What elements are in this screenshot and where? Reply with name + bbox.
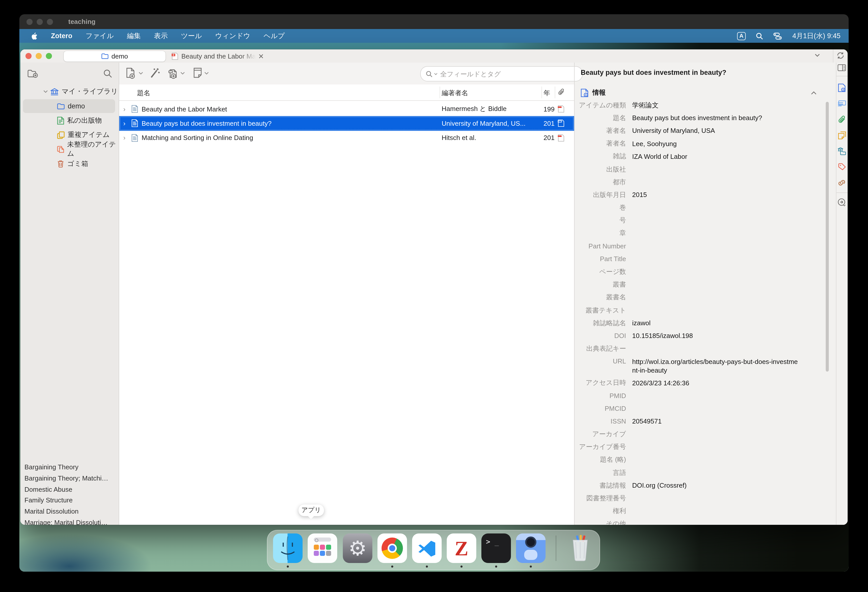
tag-item[interactable]: Family Structure [24,495,116,506]
field-row[interactable]: その他 [574,518,823,525]
tag-item[interactable]: Marital Dissolution [24,506,116,517]
tag-item[interactable]: Marriage; Marital Dissoluti… [24,517,116,525]
tag-item[interactable]: Bargaining Theory; Matchi… [24,473,116,484]
sidebar-item-unfiled-items[interactable]: 未整理のアイテム [21,142,119,156]
field-row[interactable]: 著者名Lee, Soohyung [574,137,823,150]
expand-chevron-icon[interactable]: › [123,134,125,141]
collapse-chevron-icon[interactable] [811,91,816,94]
rail-notes-icon[interactable] [836,129,847,141]
apple-menu-icon[interactable] [31,32,38,40]
column-attachment-paperclip-icon[interactable] [558,88,565,96]
dock-trash-icon[interactable] [565,533,595,563]
column-divider[interactable] [542,87,542,98]
field-row-url[interactable]: URLhttp://wol.iza.org/articles/beauty-pa… [574,355,823,377]
menu-tools[interactable]: ツール [181,31,202,40]
menu-help[interactable]: ヘルプ [264,31,285,40]
panel-toggle-icon[interactable] [836,62,847,74]
expand-chevron-icon[interactable]: › [123,119,125,127]
tag-item[interactable]: Bargaining Theory [24,462,116,473]
column-divider[interactable] [555,87,555,98]
rail-locate-icon[interactable] [836,196,847,208]
menu-file[interactable]: ファイル [86,31,114,40]
field-row[interactable]: 叢書テキスト [574,304,823,317]
new-note-button[interactable] [192,65,204,81]
sidebar-item-demo[interactable]: demo [21,99,119,113]
field-row[interactable]: Part Title [574,253,823,265]
details-scrollbar[interactable] [826,102,829,372]
field-row[interactable]: アーカイブ番号 [574,440,823,453]
tab-library[interactable]: demo [63,51,165,61]
rail-tags-icon[interactable] [836,161,847,173]
dock-apps-icon[interactable] [308,533,337,563]
field-row[interactable]: アクセス日時2026/3/23 14:26:36 [574,377,823,389]
new-collection-button[interactable] [27,67,40,80]
tab-reader[interactable]: Beauty and the Labor Ma [172,49,289,63]
tab-list-chevron[interactable] [814,52,821,59]
field-row[interactable]: 題名 (略) [574,454,823,466]
field-row[interactable]: 権利 [574,505,823,517]
field-row[interactable]: PMID [574,389,823,402]
sidebar-item-my-library[interactable]: マイ・ライブラリ [21,84,119,99]
inactive-zoom-button[interactable] [47,19,53,25]
collections-search-icon[interactable] [101,67,114,80]
item-row[interactable]: › Matching and Sorting in Online Dating … [119,131,574,145]
field-row[interactable]: 図書整理番号 [574,492,823,505]
field-row[interactable]: DOI10.15185/izawol.198 [574,330,823,342]
dock-terminal-icon[interactable]: > _ [481,533,511,563]
field-row[interactable]: 叢書名 [574,291,823,304]
field-row[interactable]: PMCID [574,402,823,415]
sync-button[interactable] [836,52,844,60]
menu-window[interactable]: ウィンドウ [215,31,250,40]
column-creator[interactable]: 編著者名 [441,88,468,98]
item-row-selected[interactable]: › Beauty pays but does investment in bea… [119,116,574,131]
inactive-close-button[interactable] [27,19,32,25]
rail-attachments-icon[interactable] [836,113,847,125]
dock-screen-recorder-icon[interactable] [516,533,546,563]
tag-item[interactable]: Domestic Abuse [24,484,116,495]
new-note-chevron[interactable] [204,70,209,77]
control-center-icon[interactable] [774,32,782,40]
items-search-field[interactable] [420,66,583,81]
expand-chevron-icon[interactable]: › [123,105,125,113]
item-row[interactable]: › Beauty and the Labor Market Hamermesh … [119,102,574,116]
dock-vscode-icon[interactable] [412,533,441,563]
field-row[interactable]: 雑誌略誌名izawol [574,317,823,329]
new-item-chevron[interactable] [138,70,143,77]
field-row[interactable]: 出版社 [574,163,823,175]
field-row[interactable]: 著者名University of Maryland, USA [574,124,823,137]
menu-edit[interactable]: 編集 [127,31,141,40]
rail-abstract-icon[interactable] [836,97,847,109]
column-divider[interactable] [440,87,440,98]
field-row[interactable]: 書誌情報DOI.org (Crossref) [574,479,823,492]
add-attachment-chevron[interactable] [180,70,185,77]
rail-libraries-collections-icon[interactable] [836,145,847,157]
field-row[interactable]: 叢書 [574,278,823,291]
field-row[interactable]: 章 [574,227,823,240]
field-row[interactable]: 雑誌IZA World of Labor [574,150,823,163]
menu-clock[interactable]: 4月1日(水) 9:45 [792,31,840,40]
dock-system-settings-icon[interactable]: ⚙ [343,533,372,563]
rail-related-icon[interactable] [836,177,847,189]
menu-view[interactable]: 表示 [154,31,168,40]
dock-finder-icon[interactable] [273,533,303,563]
field-row[interactable]: ISSN20549571 [574,415,823,428]
dock-zotero-icon[interactable]: Z [447,533,476,563]
field-row[interactable]: 巻 [574,201,823,214]
column-title[interactable]: 題名 [137,88,150,98]
field-row[interactable]: アイテムの種類学術論文 [574,99,823,112]
new-item-button[interactable] [125,65,137,81]
zoom-button[interactable] [46,53,52,59]
dock-chrome-icon[interactable] [378,533,407,563]
field-row[interactable]: 出典表記キー [574,342,823,355]
search-scope-chevron[interactable] [434,72,438,75]
field-row[interactable]: ページ数 [574,265,823,278]
field-row[interactable]: 題名Beauty pays but does investment in bea… [574,112,823,124]
field-row[interactable]: 号 [574,214,823,227]
info-section-header[interactable]: 情報 [574,86,836,99]
column-year[interactable]: 年 [543,88,550,98]
spotlight-search-icon[interactable] [756,32,763,40]
input-source-indicator[interactable]: A [737,32,746,40]
field-row[interactable]: Part Number [574,240,823,252]
sidebar-item-trash[interactable]: ゴミ箱 [21,156,119,171]
inactive-minimize-button[interactable] [37,19,43,25]
